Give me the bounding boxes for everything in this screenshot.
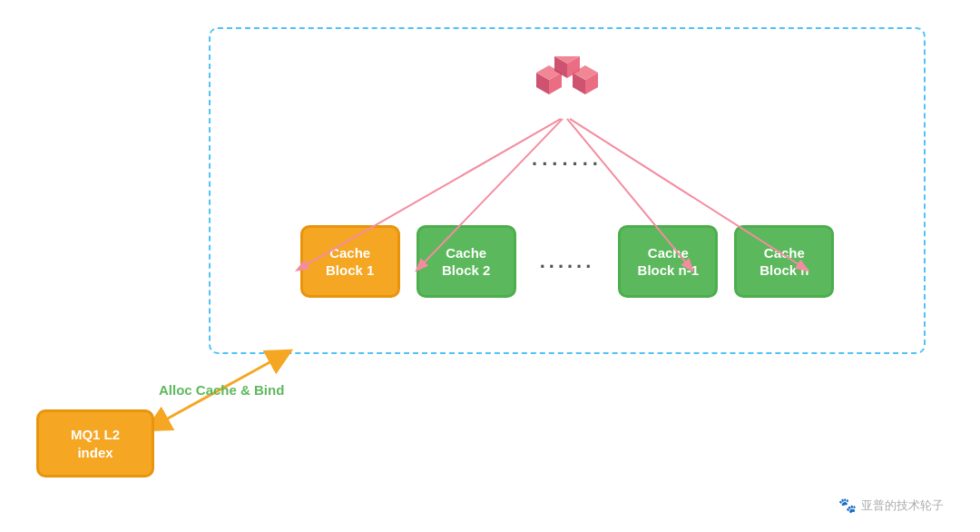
mq-label: MQ1 L2index [71, 426, 120, 461]
mq-index-box: MQ1 L2index [36, 409, 154, 478]
blocks-dots: ...... [540, 250, 595, 273]
cache-block-1: CacheBlock 1 [300, 225, 400, 298]
watermark-text: 亚普的技术轮子 [861, 498, 944, 514]
dashed-box: ....... CacheBlock 1 CacheBlock 2 ......… [209, 27, 926, 354]
watermark: 🐾 亚普的技术轮子 [838, 497, 944, 514]
watermark-icon: 🐾 [838, 497, 857, 514]
top-dots-label: ....... [532, 147, 603, 171]
cache-block-2: CacheBlock 2 [416, 225, 516, 298]
cache-block-n1: CacheBlock n-1 [618, 225, 718, 298]
cache-blocks-row: CacheBlock 1 CacheBlock 2 ...... CacheBl… [211, 225, 924, 298]
main-container: ....... CacheBlock 1 CacheBlock 2 ......… [0, 0, 980, 532]
cube-icon [531, 56, 603, 120]
cache-block-n: CacheBlock n [734, 225, 834, 298]
alloc-cache-label: Alloc Cache & Bind [159, 382, 284, 398]
